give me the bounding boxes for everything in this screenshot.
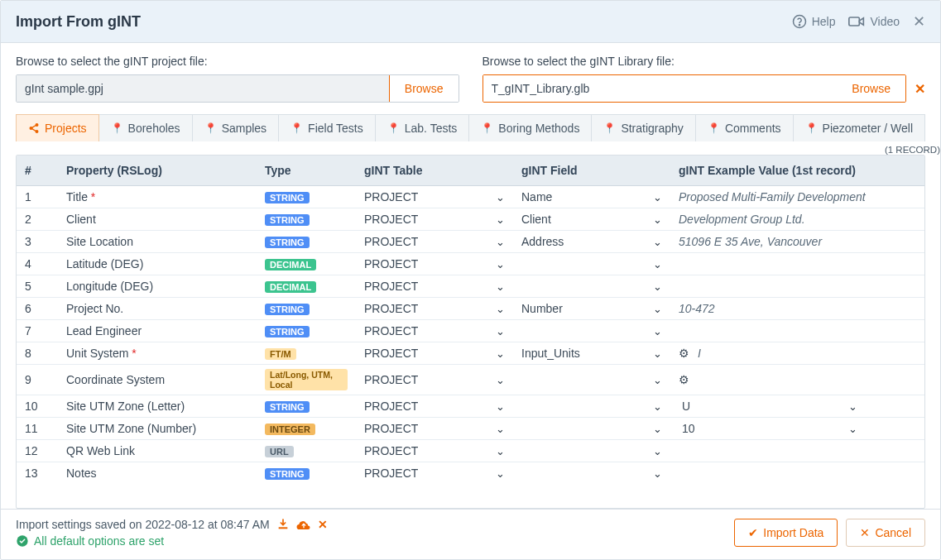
row-number: 12 <box>17 440 58 462</box>
gint-table-select[interactable]: PROJECT⌄ <box>356 231 513 253</box>
example-value-cell: ⚙I <box>670 342 924 365</box>
gint-field-select[interactable]: ⌄ <box>513 365 670 395</box>
gint-field-select[interactable]: ⌄ <box>513 418 670 440</box>
type-cell: STRING <box>257 231 356 253</box>
chevron-down-icon: ⌄ <box>653 374 662 386</box>
import-from-gint-dialog: Import From gINT Help Video ✕ Browse to … <box>0 0 941 560</box>
download-settings-icon[interactable] <box>276 518 290 531</box>
gint-field-select[interactable]: ⌄ <box>513 395 670 418</box>
cloud-upload-icon[interactable] <box>296 519 311 530</box>
mapping-table: # Property (RSLog) Type gINT Table gINT … <box>16 155 925 509</box>
type-badge: Lat/Long, UTM, Local <box>265 369 348 390</box>
gint-table-value: PROJECT <box>364 324 418 337</box>
property-cell: Site UTM Zone (Number) <box>58 418 257 440</box>
gint-table-select[interactable]: PROJECT⌄ <box>356 440 513 462</box>
clear-library-icon[interactable]: ✕ <box>915 81 925 97</box>
gint-field-select[interactable]: ⌄ <box>513 440 670 462</box>
tab-label: Boring Methods <box>498 122 579 135</box>
video-label: Video <box>870 15 900 28</box>
property-cell: Notes <box>58 462 257 485</box>
example-value-select[interactable]: 10⌄ <box>670 418 924 440</box>
gint-field-select[interactable]: Client⌄ <box>513 208 670 231</box>
help-link[interactable]: Help <box>792 14 836 29</box>
chevron-down-icon: ⌄ <box>496 400 505 413</box>
project-file-label: Browse to select the gINT project file: <box>16 55 459 68</box>
clear-settings-icon[interactable]: ✕ <box>318 518 328 531</box>
project-file-input[interactable] <box>17 75 390 102</box>
property-cell: Unit System * <box>58 342 257 365</box>
example-value-cell: Proposed Multi-Family Development <box>670 186 924 208</box>
gint-field-select[interactable]: ⌄ <box>513 253 670 275</box>
tab-field-tests[interactable]: 📍Field Tests <box>279 114 376 141</box>
gint-field-select[interactable]: Number⌄ <box>513 298 670 320</box>
tab-lab-tests[interactable]: 📍Lab. Tests <box>376 114 470 141</box>
tab-label: Stratigraphy <box>621 122 683 135</box>
gint-table-select[interactable]: PROJECT⌄ <box>356 365 513 395</box>
library-browse-button[interactable]: Browse <box>836 75 905 102</box>
gint-field-select[interactable]: Input_Units⌄ <box>513 342 670 365</box>
project-browse-button[interactable]: Browse <box>389 74 459 103</box>
import-data-button[interactable]: ✔ Import Data <box>734 519 838 547</box>
table-row: 4Latitude (DEG)DECIMALPROJECT⌄⌄ <box>17 253 924 275</box>
gint-table-value: PROJECT <box>364 347 418 360</box>
tab-projects[interactable]: Projects <box>16 114 99 141</box>
example-value-cell <box>670 440 924 462</box>
type-cell: STRING <box>257 395 356 418</box>
example-value-select[interactable]: U⌄ <box>670 395 924 418</box>
tab-piezometer-well[interactable]: 📍Piezometer / Well <box>794 114 925 141</box>
gear-icon[interactable]: ⚙ <box>679 347 689 360</box>
gint-table-select[interactable]: PROJECT⌄ <box>356 298 513 320</box>
gint-table-select[interactable]: PROJECT⌄ <box>356 320 513 342</box>
cancel-button[interactable]: ✕ Cancel <box>846 519 925 547</box>
tab-comments[interactable]: 📍Comments <box>696 114 794 141</box>
type-badge: DECIMAL <box>265 281 316 293</box>
cancel-label: Cancel <box>875 526 911 539</box>
tab-label: Samples <box>222 122 266 135</box>
pin-icon: 📍 <box>708 122 720 134</box>
property-cell: Longitude (DEG) <box>58 275 257 298</box>
col-type: Type <box>257 156 356 186</box>
table-row: 2ClientSTRINGPROJECT⌄Client⌄Development … <box>17 208 924 231</box>
video-link[interactable]: Video <box>848 15 900 28</box>
tab-samples[interactable]: 📍Samples <box>193 114 279 141</box>
table-row: 5Longitude (DEG)DECIMALPROJECT⌄⌄ <box>17 275 924 298</box>
table-row: 7Lead EngineerSTRINGPROJECT⌄⌄ <box>17 320 924 342</box>
example-value-cell: ⚙ <box>670 365 924 395</box>
tab-boreholes[interactable]: 📍Boreholes <box>99 114 193 141</box>
property-cell: Latitude (DEG) <box>58 253 257 275</box>
close-icon[interactable]: ✕ <box>913 12 925 31</box>
gint-field-select[interactable]: Name⌄ <box>513 186 670 208</box>
gint-field-select[interactable]: ⌄ <box>513 320 670 342</box>
gint-table-select[interactable]: PROJECT⌄ <box>356 275 513 298</box>
gint-field-select[interactable]: ⌄ <box>513 275 670 298</box>
gint-field-select[interactable]: Address⌄ <box>513 231 670 253</box>
row-number: 6 <box>17 298 58 320</box>
example-value: 10 <box>682 422 695 435</box>
gint-table-select[interactable]: PROJECT⌄ <box>356 208 513 231</box>
table-row: 12QR Web LinkURLPROJECT⌄⌄ <box>17 440 924 462</box>
gint-table-select[interactable]: PROJECT⌄ <box>356 462 513 485</box>
titlebar: Import From gINT Help Video ✕ <box>1 1 940 43</box>
gint-table-select[interactable]: PROJECT⌄ <box>356 418 513 440</box>
chevron-down-icon: ⌄ <box>653 236 662 248</box>
chevron-down-icon: ⌄ <box>848 423 857 435</box>
col-example: gINT Example Value (1st record) <box>670 156 924 186</box>
gint-field-value: Address <box>521 235 564 248</box>
tab-boring-methods[interactable]: 📍Boring Methods <box>469 114 592 141</box>
chevron-down-icon: ⌄ <box>653 213 662 226</box>
library-file-input[interactable] <box>483 75 837 102</box>
gint-field-select[interactable]: ⌄ <box>513 462 670 485</box>
gint-table-select[interactable]: PROJECT⌄ <box>356 395 513 418</box>
type-badge: STRING <box>265 326 310 337</box>
row-number: 1 <box>17 186 58 208</box>
example-value: Development Group Ltd. <box>679 213 805 226</box>
example-value-cell: 51096 E 35 Ave, Vancouver <box>670 231 924 253</box>
gint-table-select[interactable]: PROJECT⌄ <box>356 186 513 208</box>
col-table: gINT Table <box>356 156 513 186</box>
gint-table-select[interactable]: PROJECT⌄ <box>356 342 513 365</box>
defaults-status: All default options are set <box>16 534 328 548</box>
type-cell: URL <box>257 440 356 462</box>
tab-stratigraphy[interactable]: 📍Stratigraphy <box>592 114 695 141</box>
gint-table-select[interactable]: PROJECT⌄ <box>356 253 513 275</box>
gear-icon[interactable]: ⚙ <box>679 373 689 386</box>
